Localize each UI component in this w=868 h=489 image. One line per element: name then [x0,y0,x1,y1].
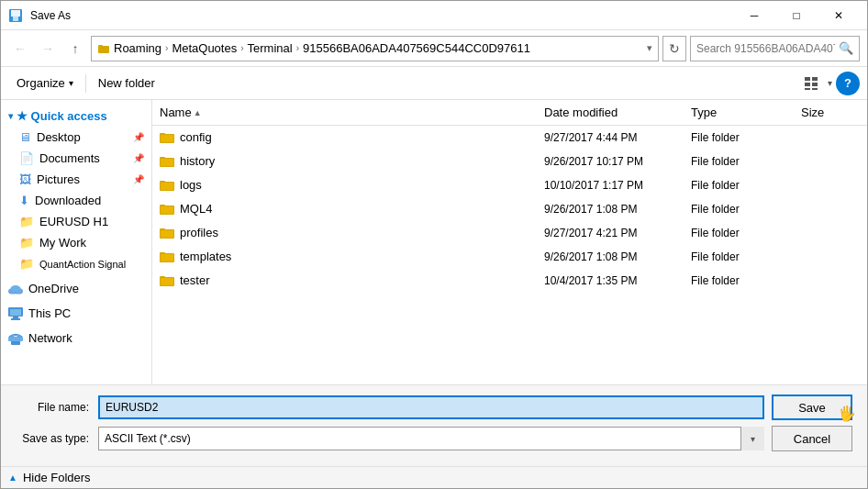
sort-arrow-name: ▲ [194,108,202,117]
svg-rect-10 [812,88,818,90]
toolbar-separator [85,74,86,93]
sidebar: ▾ ★ Quick access 🖥 Desktop 📌 📄 Documents… [1,100,152,384]
search-box[interactable]: 🔍 [690,36,860,61]
sidebar-item-downloaded[interactable]: ⬇ Downloaded [1,190,151,211]
quantaction-icon: 📁 [19,257,34,271]
svg-rect-17 [11,318,20,320]
file-name: profiles [180,226,218,239]
folder-file-icon [160,155,174,168]
new-folder-button[interactable]: New folder [90,71,163,96]
svg-rect-16 [13,317,18,318]
sidebar-item-my-work[interactable]: 📁 My Work [1,232,151,253]
svg-rect-34 [161,230,173,238]
save-as-dialog: Save As ─ □ ✕ ← → ↑ Roaming › MetaQuotes… [0,0,868,489]
quick-access-header[interactable]: ▾ ★ Quick access [1,106,151,127]
maximize-button[interactable]: □ [775,1,818,30]
pin-icon-pictures: 📌 [133,174,144,184]
hide-folders-row[interactable]: ▲ Hide Folders [1,466,867,488]
sidebar-item-eurusd-h1[interactable]: 📁 EURUSD H1 [1,211,151,232]
onedrive-section: OneDrive [1,276,151,301]
cancel-button[interactable]: Cancel [772,426,852,451]
my-work-icon: 📁 [19,236,34,250]
sidebar-this-pc-label: This PC [28,306,71,320]
column-header-name[interactable]: Name ▲ [152,102,537,123]
column-header-date[interactable]: Date modified [537,102,684,123]
hide-folders-chevron: ▲ [8,472,17,483]
svg-rect-5 [805,77,810,81]
documents-icon: 📄 [19,151,34,165]
sidebar-network-label: Network [28,331,72,345]
network-icon [8,332,23,345]
view-options-button[interactable] [798,71,824,96]
toolbar-right: ▾ ? [798,71,860,96]
sidebar-item-quantaction-signal[interactable]: 📁 QuantAction Signal [1,253,151,274]
table-row[interactable]: templates 9/26/2017 1:08 PM File folder [152,245,867,269]
file-date: 10/10/2017 1:17 PM [537,176,684,194]
table-row[interactable]: profiles 9/27/2017 4:21 PM File folder [152,221,867,245]
svg-rect-7 [805,83,810,86]
filetype-select[interactable]: ASCII Text (*.csv) [98,427,764,450]
sidebar-item-this-pc[interactable]: This PC [1,303,151,324]
svg-rect-1 [11,10,20,17]
file-size [794,254,867,260]
file-date: 9/27/2017 4:21 PM [537,224,684,242]
filename-input[interactable] [98,395,764,419]
file-list: Name ▲ Date modified Type Size [152,100,867,384]
view-dropdown-icon: ▾ [828,78,832,88]
search-input[interactable] [696,42,835,55]
svg-rect-2 [13,17,18,21]
table-row[interactable]: MQL4 9/26/2017 1:08 PM File folder [152,197,867,221]
svg-rect-37 [161,254,173,261]
network-section: Network [1,326,151,350]
folder-icon [97,42,110,55]
table-row[interactable]: history 9/26/2017 10:17 PM File folder [152,150,867,173]
file-date: 9/27/2017 4:44 PM [537,128,684,147]
svg-point-13 [10,285,20,293]
refresh-button[interactable]: ↻ [662,36,686,61]
sidebar-item-documents[interactable]: 📄 Documents 📌 [1,148,151,169]
search-icon: 🔍 [839,41,853,55]
table-row[interactable]: logs 10/10/2017 1:17 PM File folder [152,173,867,197]
file-type: File folder [684,128,794,147]
address-path[interactable]: Roaming › MetaQuotes › Terminal › 915566… [91,36,659,61]
sidebar-item-onedrive[interactable]: OneDrive [1,278,151,299]
path-roaming: Roaming [114,41,161,55]
main-content: ▾ ★ Quick access 🖥 Desktop 📌 📄 Documents… [1,100,867,384]
close-button[interactable]: ✕ [818,1,860,30]
file-type: File folder [684,200,794,218]
sidebar-eurusd-label: EURUSD H1 [39,215,108,228]
table-row[interactable]: config 9/27/2017 4:44 PM File folder [152,126,867,150]
path-id: 915566BA06ADA407569C544CC0D97611 [303,41,530,55]
quick-access-section: ▾ ★ Quick access 🖥 Desktop 📌 📄 Documents… [1,104,151,276]
sidebar-item-pictures[interactable]: 🖼 Pictures 📌 [1,169,151,190]
back-button[interactable]: ← [8,37,32,61]
save-button[interactable]: Save 🖐 [772,395,852,420]
svg-rect-30 [160,205,165,206]
sidebar-downloaded-label: Downloaded [35,194,101,207]
file-type: File folder [684,224,794,242]
help-button[interactable]: ? [836,72,860,95]
forward-button[interactable]: → [36,37,60,61]
column-header-size[interactable]: Size [794,102,867,123]
table-row[interactable]: tester 10/4/2017 1:35 PM File folder [152,269,867,293]
sidebar-item-desktop[interactable]: 🖥 Desktop 📌 [1,127,151,148]
organize-button[interactable]: Organize ▾ [8,71,82,96]
svg-rect-36 [160,252,165,254]
filename-label: File name: [16,401,98,414]
toolbar: Organize ▾ New folder ▾ ? [1,67,867,100]
sidebar-documents-label: Documents [39,151,100,165]
sidebar-item-network[interactable]: Network [1,328,151,349]
path-metaquotes: MetaQuotes [172,41,237,55]
file-type: File folder [684,272,794,290]
file-size [794,159,867,164]
sidebar-quick-access-label: ★ Quick access [17,109,107,123]
column-header-type[interactable]: Type [684,102,794,123]
up-button[interactable]: ↑ [63,37,87,61]
minimize-button[interactable]: ─ [733,1,775,30]
quick-access-chevron: ▾ [8,111,13,121]
folder-file-icon [160,227,174,239]
svg-rect-24 [160,157,165,159]
filetype-label: Save as type: [16,432,98,445]
path-dropdown-arrow[interactable]: ▾ [647,42,652,54]
file-size [794,135,867,140]
